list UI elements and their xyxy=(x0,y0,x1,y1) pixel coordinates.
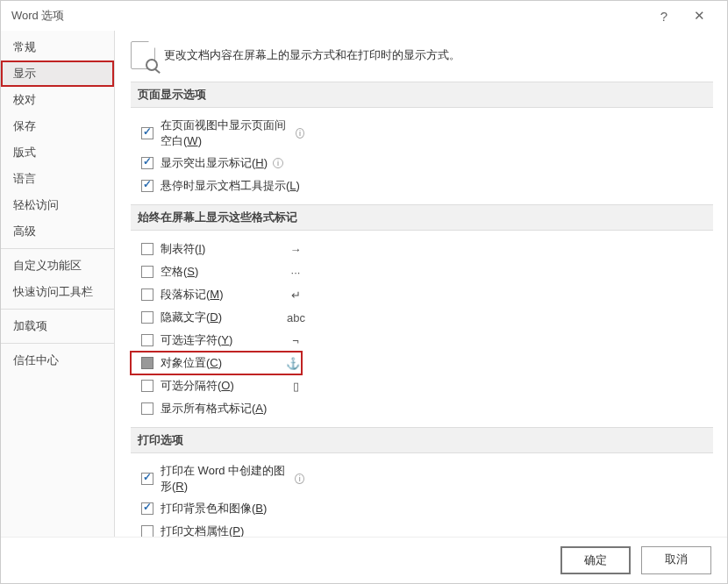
option: 对象位置(C)⚓ xyxy=(138,354,302,372)
option-row: 打印文档属性(P) xyxy=(131,520,713,537)
option: 打印背景色和图像(B) xyxy=(138,500,304,517)
checkbox[interactable] xyxy=(141,473,153,485)
checkbox[interactable] xyxy=(141,266,153,278)
sidebar-item-quick-access[interactable]: 快速访问工具栏 xyxy=(1,279,114,305)
sidebar-separator xyxy=(1,309,114,310)
main-panel: 更改文档内容在屏幕上的显示方式和在打印时的显示方式。 页面显示选项 在页面视图中… xyxy=(115,31,727,537)
sidebar-item-save[interactable]: 保存 xyxy=(1,113,114,139)
option: 可选分隔符(O)▯ xyxy=(138,377,304,395)
option-label[interactable]: 显示突出显示标记(H) xyxy=(161,155,268,171)
checkbox[interactable] xyxy=(141,157,153,169)
ok-button[interactable]: 确定 xyxy=(560,546,631,574)
format-mark-glyph-icon: ▯ xyxy=(287,380,304,393)
info-icon[interactable]: i xyxy=(296,128,304,139)
option: 隐藏文字(D)abc xyxy=(138,309,304,326)
section-header-page-display: 页面显示选项 xyxy=(131,82,713,108)
option-row: 对象位置(C)⚓ xyxy=(131,352,302,374)
format-mark-glyph-icon: → xyxy=(287,243,304,256)
checkbox[interactable] xyxy=(141,502,153,515)
intro-text: 更改文档内容在屏幕上的显示方式和在打印时的显示方式。 xyxy=(164,47,460,63)
sidebar-separator xyxy=(1,343,114,344)
checkbox[interactable] xyxy=(141,288,153,301)
checkbox[interactable] xyxy=(141,402,153,415)
checkbox[interactable] xyxy=(141,334,153,346)
option-label[interactable]: 空格(S) xyxy=(161,264,198,280)
option-row: 悬停时显示文档工具提示(L) xyxy=(131,174,713,197)
checkbox[interactable] xyxy=(141,311,153,324)
sidebar-item-display[interactable]: 显示 xyxy=(1,61,114,87)
format-mark-glyph-icon: ··· xyxy=(287,266,304,279)
option: 显示所有格式标记(A) xyxy=(138,400,304,417)
option-row: 空格(S)··· xyxy=(131,260,713,283)
dialog-body: 常规 显示 校对 保存 版式 语言 轻松访问 高级 自定义功能区 快速访问工具栏… xyxy=(1,31,727,537)
format-mark-glyph-icon: ↵ xyxy=(287,288,304,302)
info-icon[interactable]: i xyxy=(273,158,283,168)
option: 可选连字符(Y)¬ xyxy=(138,331,304,349)
format-mark-glyph-icon: abc xyxy=(287,311,304,324)
option: 打印在 Word 中创建的图形(R)i xyxy=(138,463,304,495)
sidebar-item-layout[interactable]: 版式 xyxy=(1,139,114,166)
option-row: 隐藏文字(D)abc xyxy=(131,306,713,329)
cancel-button[interactable]: 取消 xyxy=(641,546,711,574)
dialog-title: Word 选项 xyxy=(11,8,646,24)
option-label[interactable]: 对象位置(C) xyxy=(161,355,222,371)
option: 在页面视图中显示页面间空白(W)i xyxy=(138,118,304,149)
option: 显示突出显示标记(H)i xyxy=(138,154,304,172)
sidebar-separator xyxy=(1,248,114,249)
dialog-footer: 确定 取消 xyxy=(1,537,727,583)
checkbox[interactable] xyxy=(141,180,153,192)
option-label[interactable]: 打印背景色和图像(B) xyxy=(161,501,267,516)
close-button[interactable]: ✕ xyxy=(682,8,717,24)
sidebar-item-addins[interactable]: 加载项 xyxy=(1,313,114,339)
word-options-dialog: Word 选项 ? ✕ 常规 显示 校对 保存 版式 语言 轻松访问 高级 自定… xyxy=(0,0,728,584)
checkbox[interactable] xyxy=(141,380,153,392)
option-row: 段落标记(M)↵ xyxy=(131,283,713,306)
page-preview-icon xyxy=(131,41,155,69)
section-header-print-opts: 打印选项 xyxy=(131,427,713,453)
format-mark-glyph-icon: ⚓ xyxy=(284,357,302,370)
option-row: 显示所有格式标记(A) xyxy=(131,397,713,420)
option-row: 打印在 Word 中创建的图形(R)i xyxy=(131,460,713,497)
option-label[interactable]: 打印文档属性(P) xyxy=(161,523,244,537)
option: 空格(S)··· xyxy=(138,263,304,281)
format-marks-group: 制表符(I)→空格(S)···段落标记(M)↵隐藏文字(D)abc可选连字符(Y… xyxy=(131,238,713,420)
section-header-format-marks: 始终在屏幕上显示这些格式标记 xyxy=(131,204,713,231)
option-label[interactable]: 隐藏文字(D) xyxy=(161,310,222,325)
checkbox[interactable] xyxy=(141,357,153,369)
option: 段落标记(M)↵ xyxy=(138,286,304,303)
page-display-group: 在页面视图中显示页面间空白(W)i显示突出显示标记(H)i悬停时显示文档工具提示… xyxy=(131,115,713,197)
option-row: 打印背景色和图像(B) xyxy=(131,497,713,520)
option-row: 在页面视图中显示页面间空白(W)i xyxy=(131,115,713,152)
checkbox[interactable] xyxy=(141,127,153,139)
option-label[interactable]: 在页面视图中显示页面间空白(W) xyxy=(161,118,290,149)
option-label[interactable]: 段落标记(M) xyxy=(161,287,224,303)
sidebar-item-trust-center[interactable]: 信任中心 xyxy=(1,347,114,374)
titlebar: Word 选项 ? ✕ xyxy=(1,1,727,31)
sidebar-item-general[interactable]: 常规 xyxy=(1,34,114,61)
option-row: 可选连字符(Y)¬ xyxy=(131,329,713,352)
option-label[interactable]: 可选分隔符(O) xyxy=(161,378,234,394)
option-label[interactable]: 显示所有格式标记(A) xyxy=(161,401,267,417)
option-row: 可选分隔符(O)▯ xyxy=(131,374,713,397)
sidebar-item-customize-ribbon[interactable]: 自定义功能区 xyxy=(1,253,114,279)
sidebar-item-proofing[interactable]: 校对 xyxy=(1,87,114,113)
print-opts-group: 打印在 Word 中创建的图形(R)i打印背景色和图像(B)打印文档属性(P)打… xyxy=(131,460,713,537)
intro-row: 更改文档内容在屏幕上的显示方式和在打印时的显示方式。 xyxy=(131,41,713,69)
option-label[interactable]: 可选连字符(Y) xyxy=(161,332,232,348)
sidebar-item-ease[interactable]: 轻松访问 xyxy=(1,192,114,218)
option-label[interactable]: 制表符(I) xyxy=(161,241,205,257)
sidebar-item-advanced[interactable]: 高级 xyxy=(1,218,114,245)
option: 悬停时显示文档工具提示(L) xyxy=(138,177,304,195)
checkbox[interactable] xyxy=(141,243,153,255)
format-mark-glyph-icon: ¬ xyxy=(287,334,304,347)
option-label[interactable]: 悬停时显示文档工具提示(L) xyxy=(161,178,300,194)
option-row: 制表符(I)→ xyxy=(131,238,713,260)
option: 打印文档属性(P) xyxy=(138,523,304,537)
sidebar: 常规 显示 校对 保存 版式 语言 轻松访问 高级 自定义功能区 快速访问工具栏… xyxy=(1,31,115,537)
info-icon[interactable]: i xyxy=(295,474,304,484)
help-button[interactable]: ? xyxy=(646,9,682,24)
option-label[interactable]: 打印在 Word 中创建的图形(R) xyxy=(161,463,289,495)
sidebar-item-language[interactable]: 语言 xyxy=(1,166,114,192)
option: 制表符(I)→ xyxy=(138,240,304,258)
checkbox[interactable] xyxy=(141,525,153,537)
